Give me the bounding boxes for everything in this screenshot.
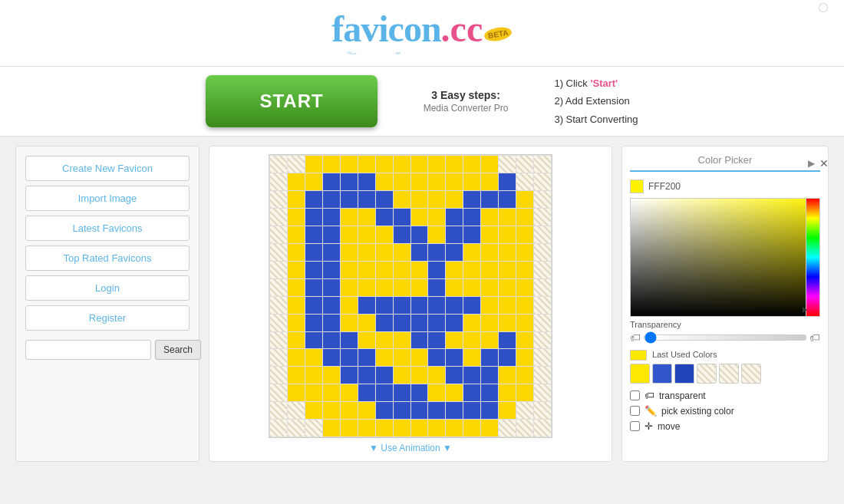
- grid-cell[interactable]: [516, 402, 533, 419]
- grid-cell[interactable]: [341, 420, 358, 436]
- grid-cell[interactable]: [446, 332, 463, 349]
- grid-cell[interactable]: [341, 367, 358, 384]
- login-button[interactable]: Login: [25, 275, 190, 301]
- grid-cell[interactable]: [358, 402, 375, 419]
- grid-cell[interactable]: [411, 226, 428, 243]
- grid-cell[interactable]: [411, 279, 428, 296]
- grid-cell[interactable]: [305, 402, 322, 419]
- grid-cell[interactable]: [270, 402, 287, 419]
- grid-cell[interactable]: [534, 402, 551, 419]
- grid-cell[interactable]: [499, 209, 516, 226]
- grid-cell[interactable]: [411, 173, 428, 190]
- cp-swatch-lightyellow1[interactable]: [697, 364, 717, 384]
- grid-cell[interactable]: [323, 297, 340, 314]
- grid-cell[interactable]: [516, 244, 533, 261]
- grid-cell[interactable]: [270, 349, 287, 366]
- grid-cell[interactable]: [516, 226, 533, 243]
- grid-cell[interactable]: [446, 244, 463, 261]
- grid-cell[interactable]: [288, 402, 305, 419]
- grid-cell[interactable]: [323, 191, 340, 208]
- grid-cell[interactable]: [428, 226, 445, 243]
- grid-cell[interactable]: [376, 244, 393, 261]
- grid-cell[interactable]: [270, 262, 287, 278]
- grid-cell[interactable]: [428, 420, 445, 436]
- grid-cell[interactable]: [428, 367, 445, 384]
- grid-cell[interactable]: [288, 367, 305, 384]
- grid-cell[interactable]: [358, 226, 375, 243]
- grid-cell[interactable]: [481, 156, 498, 173]
- grid-cell[interactable]: [341, 297, 358, 314]
- grid-cell[interactable]: [288, 420, 305, 436]
- grid-cell[interactable]: [358, 349, 375, 366]
- grid-cell[interactable]: [446, 349, 463, 366]
- grid-cell[interactable]: [376, 384, 393, 401]
- grid-cell[interactable]: [288, 279, 305, 296]
- ad-start-button[interactable]: START: [206, 75, 377, 127]
- create-favicon-button[interactable]: Create New Favicon: [25, 156, 190, 181]
- grid-cell[interactable]: [376, 279, 393, 296]
- grid-cell[interactable]: [305, 315, 322, 331]
- grid-cell[interactable]: [516, 297, 533, 314]
- grid-cell[interactable]: [376, 367, 393, 384]
- grid-cell[interactable]: [376, 191, 393, 208]
- grid-cell[interactable]: [481, 349, 498, 366]
- grid-cell[interactable]: [270, 209, 287, 226]
- grid-cell[interactable]: [341, 191, 358, 208]
- grid-cell[interactable]: [270, 367, 287, 384]
- grid-cell[interactable]: [411, 349, 428, 366]
- grid-cell[interactable]: [499, 420, 516, 436]
- grid-cell[interactable]: [305, 173, 322, 190]
- grid-cell[interactable]: [394, 297, 410, 314]
- search-button[interactable]: Search: [155, 340, 201, 360]
- grid-cell[interactable]: [341, 173, 358, 190]
- grid-cell[interactable]: [499, 262, 516, 278]
- grid-cell[interactable]: [323, 173, 340, 190]
- grid-cell[interactable]: [428, 244, 445, 261]
- grid-cell[interactable]: [499, 173, 516, 190]
- grid-cell[interactable]: [341, 279, 358, 296]
- grid-cell[interactable]: [446, 367, 463, 384]
- cp-swatch-blue1[interactable]: [652, 364, 672, 384]
- grid-cell[interactable]: [270, 173, 287, 190]
- grid-cell[interactable]: [411, 209, 428, 226]
- grid-cell[interactable]: [288, 209, 305, 226]
- grid-cell[interactable]: [341, 156, 358, 173]
- grid-cell[interactable]: [463, 420, 480, 436]
- grid-cell[interactable]: [376, 315, 393, 331]
- register-button[interactable]: Register: [25, 305, 190, 331]
- grid-cell[interactable]: [288, 349, 305, 366]
- cp-gradient-area[interactable]: [630, 198, 820, 317]
- animation-label[interactable]: ▼ Use Animation ▼: [369, 443, 452, 453]
- grid-cell[interactable]: [411, 367, 428, 384]
- grid-cell[interactable]: [428, 384, 445, 401]
- grid-cell[interactable]: [516, 315, 533, 331]
- grid-cell[interactable]: [288, 262, 305, 278]
- grid-cell[interactable]: [270, 420, 287, 436]
- grid-cell[interactable]: [534, 384, 551, 401]
- grid-cell[interactable]: [411, 156, 428, 173]
- grid-cell[interactable]: [288, 244, 305, 261]
- grid-cell[interactable]: [481, 191, 498, 208]
- grid-cell[interactable]: [516, 156, 533, 173]
- grid-cell[interactable]: [288, 315, 305, 331]
- grid-cell[interactable]: [499, 226, 516, 243]
- grid-cell[interactable]: [376, 226, 393, 243]
- grid-cell[interactable]: [411, 297, 428, 314]
- grid-cell[interactable]: [323, 402, 340, 419]
- grid-cell[interactable]: [516, 173, 533, 190]
- grid-cell[interactable]: [428, 156, 445, 173]
- grid-cell[interactable]: [463, 332, 480, 349]
- grid-cell[interactable]: [411, 191, 428, 208]
- grid-cell[interactable]: [463, 226, 480, 243]
- grid-cell[interactable]: [411, 332, 428, 349]
- grid-cell[interactable]: [270, 297, 287, 314]
- grid-cell[interactable]: [358, 191, 375, 208]
- grid-cell[interactable]: [411, 244, 428, 261]
- grid-cell[interactable]: [499, 297, 516, 314]
- grid-cell[interactable]: [499, 332, 516, 349]
- grid-cell[interactable]: [516, 420, 533, 436]
- grid-cell[interactable]: [341, 349, 358, 366]
- grid-cell[interactable]: [499, 402, 516, 419]
- grid-cell[interactable]: [499, 191, 516, 208]
- grid-cell[interactable]: [463, 156, 480, 173]
